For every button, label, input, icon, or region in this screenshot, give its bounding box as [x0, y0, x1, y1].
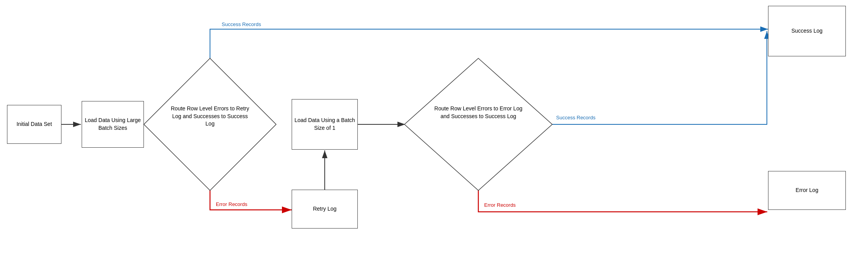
retry-log-box: Retry Log [292, 190, 358, 229]
diamond2-label: Route Row Level Errors to Error Log and … [434, 105, 523, 120]
load-large-batch-label: Load Data Using Large Batch Sizes [82, 117, 144, 132]
load-large-batch-box: Load Data Using Large Batch Sizes [82, 101, 144, 148]
diamond1-label: Route Row Level Errors to Retry Log and … [167, 105, 253, 128]
diagram: Initial Data Set Load Data Using Large B… [0, 0, 868, 260]
error-log-label: Error Log [796, 187, 818, 194]
success-log-label: Success Log [791, 27, 822, 35]
success-records-1-label: Success Records [222, 21, 261, 27]
success-records-2-label: Success Records [556, 115, 595, 120]
error-records-2-label: Error Records [484, 202, 516, 208]
load-batch-size-1-box: Load Data Using a Batch Size of 1 [292, 99, 358, 150]
load-batch-size-1-label: Load Data Using a Batch Size of 1 [292, 117, 357, 132]
retry-log-label: Retry Log [313, 205, 337, 213]
error-records-1-label: Error Records [216, 201, 247, 207]
success-log-box: Success Log [768, 6, 846, 56]
error-log-box: Error Log [768, 171, 846, 210]
svg-marker-16 [404, 58, 552, 190]
initial-data-set-label: Initial Data Set [16, 120, 52, 128]
initial-data-set-box: Initial Data Set [7, 105, 61, 144]
